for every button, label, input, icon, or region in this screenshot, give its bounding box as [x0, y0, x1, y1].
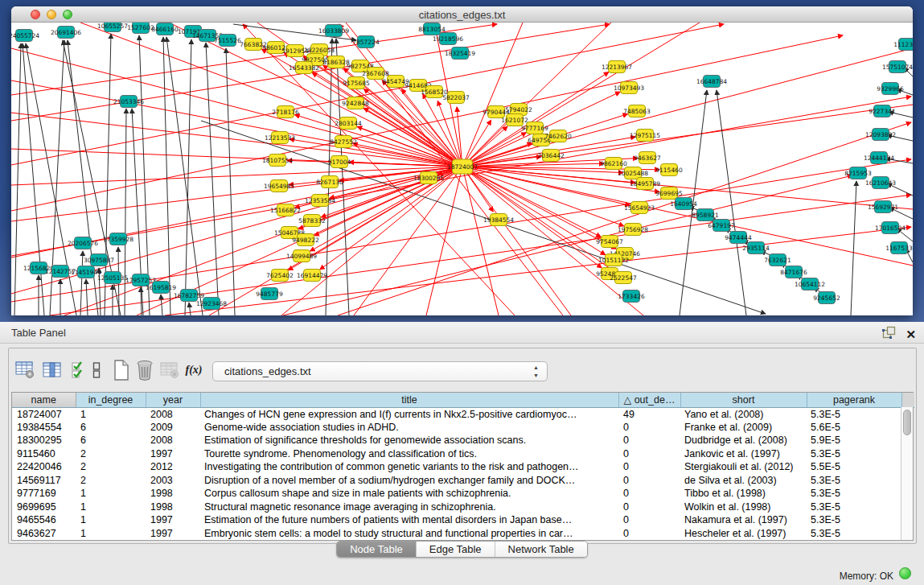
table-cell: 22420046 [12, 460, 76, 474]
table-cell: 2008 [146, 434, 200, 447]
scrollbar-thumb[interactable] [903, 410, 911, 435]
graph-node-label: 24055724 [11, 32, 39, 39]
column-header-out_de[interactable]: △ out_de… [618, 393, 680, 407]
graph-node-label: 1112304 [893, 41, 913, 48]
network-view-canvas[interactable]: 9860128591295418226058982750516543382818… [11, 23, 913, 315]
graph-node-label: 2803144 [335, 120, 362, 127]
graph-node-label: 15166822 [270, 207, 301, 214]
table-row[interactable]: 969969511998Structural magnetic resonanc… [12, 501, 914, 514]
chevron-up-down-icon: ▲▼ [533, 364, 539, 380]
graph-node-label: 7632621 [764, 257, 791, 264]
graph-edge-black[interactable] [163, 37, 170, 315]
table-row[interactable]: 1938455462009Genome-wide association stu… [12, 421, 914, 435]
graph-edge-red[interactable] [294, 115, 462, 167]
delete-column-icon[interactable] [158, 358, 181, 382]
table-cell: 1997 [146, 513, 200, 527]
table-cell: 1 [76, 487, 146, 501]
table-cell: 1997 [146, 447, 200, 461]
table-cell: 5.9E-5 [807, 434, 901, 447]
select-column-icon[interactable] [41, 358, 64, 382]
column-header-in_degree[interactable]: in_degree [76, 393, 146, 407]
row-height-icon[interactable] [90, 358, 103, 382]
table-cell: 1 [76, 407, 146, 421]
graph-node-label: 9498222 [292, 237, 319, 244]
graph-edge-black[interactable] [141, 287, 142, 315]
table-cell: 1997 [146, 527, 200, 541]
column-header-short[interactable]: short [680, 393, 807, 407]
graph-node-label: 2036442 [537, 152, 565, 159]
graph-edge-black[interactable] [206, 43, 219, 315]
table-row[interactable]: 946362711997Embryonic stem cells: a mode… [12, 527, 914, 541]
graph-node-label: 9777169 [521, 125, 548, 132]
table-cell: Dudbridge et al. (2008) [680, 434, 807, 447]
table-cell: Jankovic et al. (1997) [680, 447, 807, 461]
graph-edge-black[interactable] [80, 251, 83, 315]
memory-status-indicator[interactable] [899, 567, 911, 579]
table-cell: 14569117 [12, 474, 76, 488]
float-panel-icon[interactable] [882, 326, 896, 342]
table-row[interactable]: 1830029562008Estimation of significance … [12, 434, 914, 447]
graph-node-label: 20691406 [51, 29, 81, 36]
table-row[interactable]: 946554611997Estimation of the future num… [12, 513, 914, 527]
table-cell: 0 [618, 513, 680, 527]
graph-node-label: 8958921 [692, 212, 719, 219]
table-cell: de Silva et al. (2003) [680, 474, 807, 488]
graph-edge-red [462, 105, 913, 167]
network-graph: 9860128591295418226058982750516543382818… [11, 23, 913, 315]
table-row[interactable]: 2242004622012Investigating the contribut… [12, 460, 914, 474]
graph-node-label: 9485779 [256, 290, 283, 298]
graph-node-label: 16033809 [318, 27, 349, 35]
table-cell: 18724007 [12, 407, 76, 421]
function-builder-icon[interactable]: f(x) [183, 358, 205, 382]
graph-edge-red [462, 167, 571, 315]
graph-node-label: 15692971 [868, 204, 898, 211]
graph-edge-black[interactable] [166, 37, 203, 315]
table-row[interactable]: 1456911722003Disruption of a novel membe… [12, 474, 914, 488]
graph-edge-red[interactable] [462, 72, 609, 167]
graph-edge-black[interactable] [189, 303, 191, 315]
graph-node-label: 16648784 [696, 78, 727, 85]
table-cell: 5.3E-5 [807, 447, 901, 461]
table-row[interactable]: 911546021997Tourette syndrome. Phenomeno… [12, 447, 914, 461]
table-select-dropdown[interactable]: citations_edges.txt ▲▼ [212, 361, 548, 381]
column-header-year[interactable]: year [146, 393, 200, 407]
graph-node-label: 9463627 [634, 154, 661, 162]
table-settings-icon[interactable] [14, 358, 36, 382]
graph-node-label: 19384554 [483, 216, 514, 224]
header-scrollbar-corner [901, 393, 914, 407]
table-browser-box: f(x) citations_edges.txt ▲▼ namein_degre… [8, 348, 917, 544]
graph-node-label: 17359928 [103, 236, 133, 243]
graph-edge-black[interactable] [851, 181, 856, 315]
graph-node-label: 12093882 [865, 131, 896, 138]
graph-node-label: 15654923 [624, 204, 655, 212]
graph-edge-red[interactable] [462, 167, 606, 255]
graph-edge-red[interactable] [290, 139, 462, 167]
graph-node-label: 15751074 [882, 64, 913, 71]
table-cell: Estimation of the future numbers of pati… [200, 513, 618, 527]
table-cell: Structural magnetic resonance image aver… [200, 501, 618, 514]
graph-edge-black[interactable] [14, 43, 21, 315]
table-cell: Disruption of a novel member of a sodium… [200, 474, 618, 488]
graph-node-label: 18300295 [413, 175, 444, 182]
table-cell: 0 [618, 460, 680, 474]
new-table-icon[interactable] [110, 358, 133, 382]
table-row[interactable]: 1872400712008Changes of HCN gene express… [12, 407, 914, 421]
graph-edge-black[interactable] [226, 48, 235, 315]
column-header-pagerank[interactable]: pagerank [807, 393, 901, 407]
graph-edge-black[interactable] [125, 109, 126, 315]
close-panel-icon[interactable]: ✕ [906, 328, 916, 340]
column-header-title[interactable]: title [200, 393, 618, 407]
graph-edge-black[interactable] [161, 295, 162, 315]
graph-node-label: 10655257 [97, 23, 128, 30]
graph-node-label: 9329966 [877, 85, 904, 93]
table-cell: Hescheler et al. (1997) [680, 527, 807, 541]
graph-node-label: 14099489 [286, 253, 317, 260]
table-vertical-scrollbar[interactable] [901, 407, 913, 540]
column-header-name[interactable]: name [12, 393, 76, 407]
select-rows-icon[interactable] [68, 358, 90, 382]
graph-node-label: 18325419 [445, 50, 475, 57]
graph-edge-red[interactable] [462, 167, 630, 205]
delete-table-icon[interactable] [133, 358, 156, 382]
window-titlebar[interactable]: citations_edges.txt [11, 6, 913, 23]
table-row[interactable]: 977716911998Corpus callosum shape and si… [12, 487, 914, 501]
